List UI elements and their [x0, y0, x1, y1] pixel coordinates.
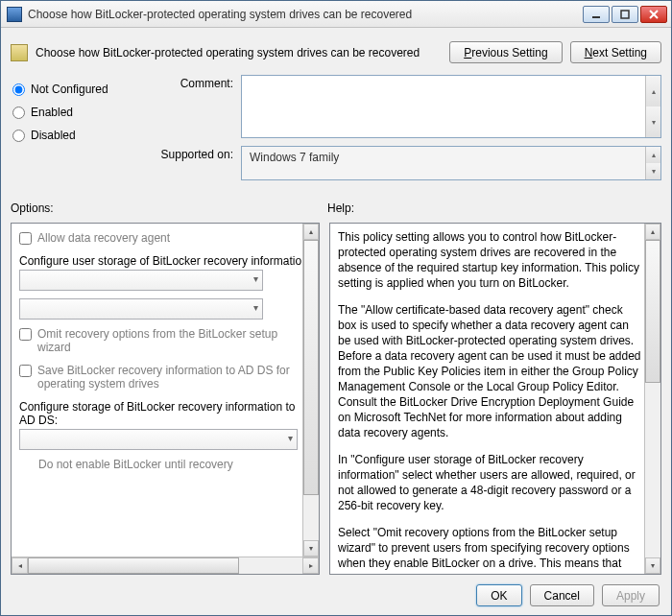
- options-section-label: Options:: [11, 201, 327, 215]
- radio-not-configured-input[interactable]: [12, 83, 25, 96]
- scroll-up-icon[interactable]: ▴: [303, 224, 319, 240]
- spin-up-icon[interactable]: ▴: [645, 76, 660, 107]
- window-icon: [7, 7, 22, 22]
- spin-up-icon[interactable]: ▴: [645, 147, 660, 163]
- options-vertical-scrollbar[interactable]: ▴ ▾: [302, 224, 319, 557]
- supported-label: Supported on:: [155, 146, 241, 180]
- upper-area: Not Configured Enabled Disabled Comment:…: [1, 71, 671, 188]
- help-vertical-scrollbar[interactable]: ▴ ▾: [644, 224, 660, 574]
- radio-enabled-input[interactable]: [12, 107, 25, 119]
- configure-ad-storage-label: Configure storage of BitLocker recovery …: [19, 400, 313, 427]
- comment-textarea[interactable]: ▴▾: [241, 75, 661, 138]
- options-horizontal-scrollbar[interactable]: ◂ ▸: [12, 557, 319, 574]
- help-text: This policy setting allows you to contro…: [330, 224, 660, 575]
- policy-title: Choose how BitLocker-protected operating…: [36, 46, 449, 59]
- svg-rect-1: [621, 11, 629, 18]
- minimize-button[interactable]: [583, 6, 610, 23]
- comment-label: Comment:: [155, 75, 241, 138]
- ok-button[interactable]: OK: [476, 584, 521, 606]
- footer-buttons: OK Cancel Apply: [1, 575, 671, 615]
- scroll-left-icon[interactable]: ◂: [12, 557, 28, 574]
- comment-spinner[interactable]: ▴▾: [645, 76, 660, 137]
- save-ad-option[interactable]: Save BitLocker recovery information to A…: [19, 364, 313, 391]
- help-section-label: Help:: [327, 201, 661, 215]
- window-controls: [581, 6, 667, 23]
- policy-icon: [11, 44, 28, 61]
- scroll-right-icon[interactable]: ▸: [302, 557, 319, 574]
- radio-disabled-input[interactable]: [12, 130, 25, 142]
- cancel-button[interactable]: Cancel: [530, 584, 594, 606]
- do-not-enable-label: Do not enable BitLocker until recovery: [19, 458, 313, 471]
- spin-down-icon[interactable]: ▾: [645, 107, 660, 137]
- options-hscroll-thumb[interactable]: [28, 557, 239, 574]
- apply-button[interactable]: Apply: [602, 584, 660, 606]
- window-frame: Choose how BitLocker-protected operating…: [0, 0, 672, 616]
- recovery-key-dropdown[interactable]: [19, 298, 263, 320]
- scroll-down-icon[interactable]: ▾: [303, 540, 319, 557]
- ad-storage-dropdown[interactable]: [19, 429, 298, 450]
- configure-user-storage-label: Configure user storage of BitLocker reco…: [19, 254, 313, 268]
- radio-disabled[interactable]: Disabled: [11, 129, 155, 142]
- allow-agent-option[interactable]: Allow data recovery agent: [19, 231, 313, 245]
- state-radios: Not Configured Enabled Disabled: [11, 75, 155, 188]
- supported-on-box: Windows 7 family ▴▾: [241, 146, 661, 180]
- close-button[interactable]: [640, 6, 667, 23]
- window-title: Choose how BitLocker-protected operating…: [28, 8, 581, 21]
- next-setting-button[interactable]: Next Setting: [570, 41, 661, 63]
- supported-spinner[interactable]: ▴▾: [645, 147, 660, 179]
- maximize-button[interactable]: [612, 6, 638, 23]
- radio-enabled[interactable]: Enabled: [11, 106, 155, 119]
- options-pane: Allow data recovery agent Configure user…: [11, 223, 320, 575]
- allow-agent-checkbox[interactable]: [19, 232, 32, 245]
- omit-recovery-option[interactable]: Omit recovery options from the BitLocker…: [19, 327, 313, 354]
- scroll-down-icon[interactable]: ▾: [645, 557, 660, 574]
- spin-down-icon[interactable]: ▾: [645, 163, 660, 179]
- help-pane: This policy setting allows you to contro…: [329, 223, 661, 575]
- supported-on-value: Windows 7 family: [250, 151, 339, 164]
- titlebar[interactable]: Choose how BitLocker-protected operating…: [1, 1, 671, 28]
- radio-not-configured[interactable]: Not Configured: [11, 83, 155, 96]
- help-scroll-thumb[interactable]: [645, 240, 660, 383]
- previous-setting-button[interactable]: Previous Setting: [449, 41, 562, 63]
- save-ad-checkbox[interactable]: [19, 365, 32, 377]
- recovery-password-dropdown[interactable]: [19, 270, 263, 291]
- options-scroll-thumb[interactable]: [303, 240, 319, 495]
- scroll-up-icon[interactable]: ▴: [645, 224, 660, 240]
- header-row: Choose how BitLocker-protected operating…: [1, 28, 671, 71]
- omit-recovery-checkbox[interactable]: [19, 328, 32, 341]
